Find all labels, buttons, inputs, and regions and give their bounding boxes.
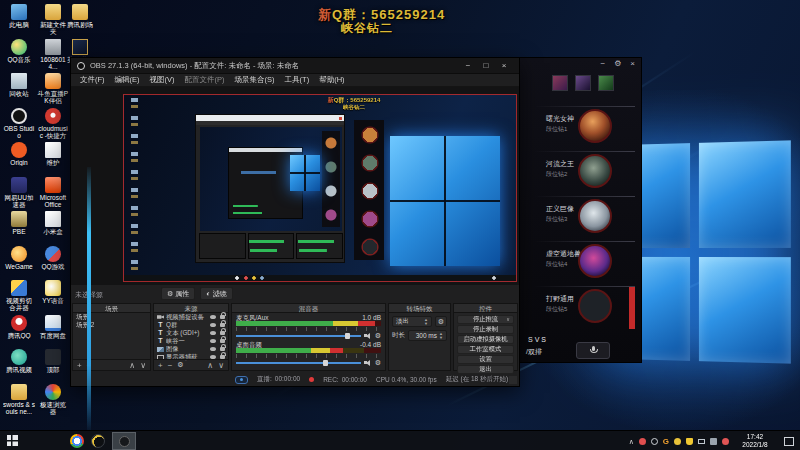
notification-center-icon[interactable] <box>784 437 794 446</box>
tray-red-badge-icon[interactable] <box>722 438 729 445</box>
transition-select[interactable]: 淡出 ▲▼ <box>392 316 432 327</box>
settings-button[interactable]: 设置 <box>457 355 514 364</box>
filters-button[interactable]: ◐滤镜 <box>200 287 232 300</box>
transition-gear-button[interactable]: ⚙ <box>435 316 447 327</box>
source-up-button[interactable]: ∧ <box>207 361 213 370</box>
visibility-eye-icon[interactable] <box>210 323 216 327</box>
desktop-icon[interactable]: 腾讯QQ <box>3 315 35 339</box>
maximize-button[interactable]: □ <box>477 61 495 70</box>
taskbar-clock[interactable]: 17:42 2022/1/8 <box>734 433 776 449</box>
active-app-taskbar-icon[interactable] <box>112 432 136 450</box>
skin-thumbnail[interactable] <box>598 75 614 91</box>
properties-button[interactable]: ⚙属性 <box>161 287 195 300</box>
visibility-eye-icon[interactable] <box>210 339 216 343</box>
lock-icon[interactable] <box>220 315 225 319</box>
source-properties-gear-icon[interactable]: ⚙ <box>177 361 183 369</box>
menu-item-profile[interactable]: 配置文件(P) <box>180 75 230 85</box>
visibility-eye-icon[interactable] <box>210 315 216 319</box>
volume-slider-handle[interactable] <box>345 333 350 339</box>
channel-gear-icon[interactable]: ⚙ <box>375 332 381 340</box>
champion-row[interactable]: 曙光女神 段位钻1 <box>516 105 643 150</box>
skin-thumbnail[interactable] <box>552 75 568 91</box>
scene-up-button[interactable]: ∧ <box>129 361 135 370</box>
desktop-icon[interactable]: WeGame <box>3 246 35 270</box>
visibility-eye-icon[interactable] <box>210 347 216 351</box>
stop-recording-button[interactable]: 停止录制 <box>457 325 514 334</box>
desktop-icon[interactable]: 腾讯视频 <box>3 349 35 373</box>
close-icon[interactable]: × <box>630 59 635 68</box>
desktop-icon[interactable]: Origin <box>3 142 35 166</box>
tray-red-app-icon[interactable] <box>639 438 646 445</box>
menu-item-file[interactable]: 文件(F) <box>75 75 110 85</box>
lock-icon[interactable] <box>220 331 225 335</box>
desktop-icon[interactable]: 顶部 <box>37 349 69 373</box>
tray-chevron-up-icon[interactable]: ∧ <box>629 438 634 445</box>
champion-portrait[interactable] <box>578 109 612 143</box>
champion-row-selected[interactable]: 打野通用 段位钻5 <box>516 285 643 330</box>
champion-portrait[interactable] <box>578 244 612 278</box>
lock-icon[interactable] <box>220 347 225 351</box>
volume-slider[interactable] <box>236 362 361 364</box>
desktop-icon[interactable]: YY语音 <box>37 280 69 304</box>
browser-taskbar-icon[interactable] <box>91 434 105 448</box>
close-button[interactable]: × <box>495 61 513 70</box>
desktop-icon[interactable]: 维护 <box>37 142 69 166</box>
chevron-down-icon[interactable]: ∨ <box>506 316 510 322</box>
tray-g-app-icon[interactable]: G <box>663 438 669 445</box>
champion-row[interactable]: 河流之王 段位钻2 <box>516 150 643 195</box>
desktop-icon[interactable]: 极速浏览器 <box>37 384 69 415</box>
champion-portrait[interactable] <box>578 199 612 233</box>
skin-thumbnail[interactable] <box>575 75 591 91</box>
minimize-button[interactable]: − <box>459 61 477 70</box>
menu-item-edit[interactable]: 编辑(E) <box>110 75 145 85</box>
add-scene-button[interactable]: + <box>77 361 82 370</box>
display-capture-preview[interactable]: 新Q群：565259214 峡谷钻二 <box>123 94 517 282</box>
menu-item-tools[interactable]: 工具(T) <box>280 75 315 85</box>
desktop-icon[interactable]: swords & souls ne... <box>3 384 35 415</box>
minimize-icon[interactable]: − <box>600 59 605 68</box>
scene-down-button[interactable]: ∨ <box>140 361 146 370</box>
channel-gear-icon[interactable]: ⚙ <box>375 359 381 367</box>
gear-icon[interactable]: ⚙ <box>614 59 621 68</box>
scene-item[interactable]: 场景 2 <box>73 321 150 329</box>
speaker-icon[interactable] <box>364 332 372 340</box>
visibility-eye-icon[interactable] <box>210 331 216 335</box>
remove-source-button[interactable]: − <box>168 361 173 370</box>
tray-user-icon[interactable] <box>674 438 681 445</box>
tray-clock-icon[interactable] <box>651 438 658 445</box>
menu-item-view[interactable]: 视图(V) <box>145 75 180 85</box>
champion-portrait[interactable] <box>578 289 612 323</box>
spinner-arrows-icon[interactable]: ▲▼ <box>439 332 443 339</box>
speaker-icon[interactable] <box>364 359 372 367</box>
lock-icon[interactable] <box>220 323 225 327</box>
duration-spinbox[interactable]: 300 ms ▲▼ <box>408 330 447 341</box>
desktop-icon[interactable]: QQ音乐 <box>3 39 35 63</box>
desktop-icon[interactable]: 此电脑 <box>3 4 35 28</box>
desktop-icon[interactable]: 回收站 <box>3 73 35 97</box>
desktop-icon[interactable]: 斗鱼直播PK伴侣 <box>37 73 69 104</box>
spinner-arrows-icon[interactable]: ▲▼ <box>424 318 428 325</box>
desktop-icon[interactable]: PBE <box>3 211 35 235</box>
champion-row[interactable]: 正义巨像 段位钻3 <box>516 195 643 240</box>
desktop-icon[interactable]: QQ游戏 <box>37 246 69 270</box>
scene-item[interactable]: 场景 <box>73 313 150 321</box>
champion-portrait[interactable] <box>578 154 612 188</box>
stop-streaming-button[interactable]: 停止推流∨ <box>457 315 514 324</box>
obs-preview-area[interactable]: 新Q群：565259214 峡谷钻二 <box>71 87 519 285</box>
add-source-button[interactable]: + <box>158 361 163 370</box>
desktop-icon[interactable]: 小米盒 <box>37 211 69 235</box>
lock-icon[interactable] <box>220 339 225 343</box>
tray-usb-icon[interactable] <box>710 438 717 445</box>
desktop-icon[interactable]: OBS Studio <box>3 108 35 139</box>
studio-mode-button[interactable]: 工作室模式 <box>457 345 514 354</box>
desktop-icon[interactable]: 百度网盘 <box>37 315 69 339</box>
start-virtual-camera-button[interactable]: 启动虚拟摄像机 <box>457 335 514 344</box>
volume-slider-handle[interactable] <box>323 360 328 366</box>
desktop-icon[interactable]: 腾讯剧场 <box>64 4 96 28</box>
menu-item-scene-collection[interactable]: 场景集合(S) <box>230 75 280 85</box>
mic-button[interactable] <box>576 342 610 359</box>
desktop-icon[interactable]: cloudmusic -快捷方式 <box>37 108 69 139</box>
desktop-icon[interactable]: 网易UU加速器 <box>3 177 35 208</box>
desktop-icon[interactable]: Microsoft Office <box>37 177 69 208</box>
desktop-icon[interactable]: 视频剪切合并器 <box>3 280 35 311</box>
